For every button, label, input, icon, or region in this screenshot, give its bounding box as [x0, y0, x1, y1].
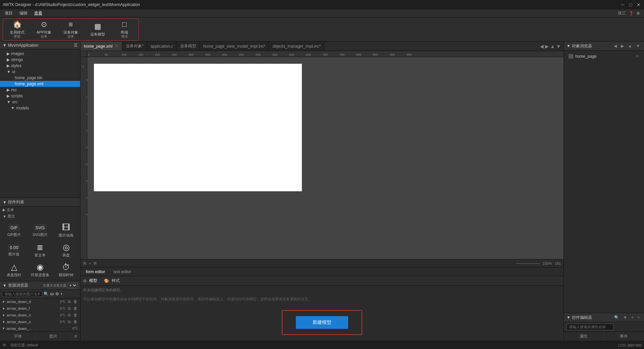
- toolbar-btn-business-model[interactable]: ▦ 业务模型: [86, 20, 110, 39]
- toolbar-btn-app-object[interactable]: ⊙ APP对象 业务: [32, 20, 56, 39]
- widget-imgval[interactable]: 0.00 图片值: [1, 241, 27, 260]
- asset-search-icon[interactable]: 🔍: [44, 292, 49, 296]
- delete-icon[interactable]: 🗑: [73, 299, 77, 304]
- bottom-tab-bar: form editor text editor: [80, 267, 564, 276]
- tab-properties[interactable]: 属性: [564, 332, 604, 341]
- widget-pointer[interactable]: △ 表盘指针: [1, 260, 27, 280]
- tab-events[interactable]: 事件: [604, 332, 644, 341]
- tree-item-ui[interactable]: ▼ ui: [0, 69, 80, 75]
- asset-filter-select[interactable]: ▾: [68, 283, 77, 288]
- prop-search-btn[interactable]: 🔍: [613, 314, 621, 320]
- object-browser-btn1[interactable]: ◀: [612, 43, 618, 49]
- copy-icon[interactable]: ⧉: [68, 299, 71, 304]
- tab-nav-down-icon[interactable]: ▼: [556, 44, 561, 49]
- list-item[interactable]: ▾ arrow_down_d 6*5 ⧉ 🗑: [0, 298, 80, 305]
- settings-icon[interactable]: ⚙: [74, 334, 77, 339]
- tree-item-styles[interactable]: ▶ styles: [0, 63, 80, 69]
- widget-gif[interactable]: GIF GIF图片: [1, 221, 27, 240]
- new-model-button[interactable]: 新建模型: [296, 316, 348, 329]
- tab-nav-right-icon[interactable]: ▶: [545, 44, 549, 49]
- tab-text-editor[interactable]: text editor: [109, 267, 136, 276]
- filetree-expand-icon[interactable]: ▼: [3, 43, 7, 48]
- tab-font[interactable]: 字体: [0, 332, 36, 341]
- filetree-header[interactable]: ▼ MvvmApplication ☰: [0, 42, 80, 49]
- widget-category-graphic[interactable]: ▼ 图文: [0, 213, 80, 219]
- expand-arrow-icon: ▼: [7, 69, 11, 74]
- list-item[interactable]: ▾ arrow_down_... 6*5: [0, 325, 80, 332]
- delete-icon[interactable]: 🗑: [73, 313, 77, 317]
- zoom-slider[interactable]: ─────────: [516, 261, 540, 265]
- layout-icon-1[interactable]: ⊞: [83, 261, 86, 265]
- tab-business-object[interactable]: 业务对象*: [122, 42, 147, 51]
- widget-svg[interactable]: SVG SVG图片: [28, 221, 53, 240]
- canvas-scroll[interactable]: [87, 57, 564, 259]
- tab-business-model[interactable]: 业务模型: [177, 42, 200, 51]
- tree-item-images[interactable]: ▶ images: [0, 51, 80, 57]
- maximize-button[interactable]: □: [628, 2, 633, 7]
- settings-gear-icon[interactable]: ⚙: [3, 343, 6, 347]
- list-item[interactable]: ▾ arrow_down_n 6*5 ⧉ 🗑: [0, 312, 80, 318]
- widget-animation[interactable]: 🎞 图片动画: [53, 221, 79, 240]
- help-icon[interactable]: ❓: [629, 11, 634, 16]
- menu-item-project[interactable]: 项目: [1, 10, 16, 17]
- tab-image[interactable]: 图片: [36, 332, 72, 341]
- close-button[interactable]: ✕: [636, 2, 641, 7]
- toolbar-btn-terminal[interactable]: □ 终端 调试: [112, 20, 137, 39]
- settings-icon[interactable]: ⚙: [636, 11, 640, 16]
- widget-category-text[interactable]: ▶ 文本: [0, 207, 80, 213]
- grid-icon[interactable]: ⊞: [94, 261, 97, 265]
- widget-dial[interactable]: ◎ 表盘: [53, 241, 79, 260]
- widget-clock[interactable]: ⏱ 模拟时钟: [53, 260, 79, 280]
- visibility-icon[interactable]: 👁: [635, 54, 639, 59]
- filetree-list-icon[interactable]: ☰: [74, 43, 77, 48]
- widget-richtext[interactable]: ≣ 富文本: [28, 241, 53, 260]
- copy-icon[interactable]: ⧉: [68, 313, 71, 317]
- tree-item-strings[interactable]: ▶ strings: [0, 57, 80, 63]
- tab-model[interactable]: 模型: [89, 278, 97, 284]
- tab-home-page-view-model[interactable]: home_page_view_model_impl.inc*: [200, 42, 269, 51]
- delete-icon[interactable]: 🗑: [73, 319, 77, 324]
- widget-list-header[interactable]: ▼ 控件列表: [0, 198, 80, 207]
- tree-item-models[interactable]: ▼ models: [0, 105, 80, 111]
- asset-filter-icon[interactable]: xx: [50, 292, 54, 296]
- tab-objects-manager[interactable]: objects_manager_impl.inc*: [269, 42, 324, 51]
- filetree-title: MvvmApplication: [8, 43, 39, 48]
- menu-item-edit[interactable]: 编辑: [16, 10, 31, 17]
- tab-form-editor[interactable]: form editor: [82, 267, 109, 276]
- copy-icon[interactable]: ⧉: [68, 306, 71, 311]
- list-item[interactable]: ▾ arrow_down_o 6*5 ⧉ 🗑: [0, 318, 80, 325]
- menu-item-view[interactable]: 查看: [31, 10, 46, 17]
- tab-nav-left-icon[interactable]: ◀: [540, 44, 544, 49]
- tab-style[interactable]: 样式: [112, 278, 120, 284]
- prop-extra-btn[interactable]: +: [636, 314, 641, 320]
- list-item[interactable]: ▾ arrow_down_f 6*5 ⧉ 🗑: [0, 305, 80, 312]
- object-browser-btn4[interactable]: ▼: [635, 43, 641, 49]
- asset-add-icon[interactable]: +: [60, 292, 63, 296]
- object-item-home-page[interactable]: home_page 👁: [567, 53, 641, 60]
- widget-progress-circle[interactable]: ◉ 环形进度条: [28, 260, 53, 280]
- tree-item-res[interactable]: ▶ res: [0, 87, 80, 93]
- toolbar-btn-global-style[interactable]: 🏠 全局样式 界面: [5, 20, 29, 39]
- layout-icon-2[interactable]: +: [89, 261, 91, 265]
- tab-close-icon[interactable]: ✕: [114, 44, 119, 48]
- tree-item-scripts[interactable]: ▶ scripts: [0, 93, 80, 99]
- copy-icon[interactable]: ⧉: [68, 319, 71, 324]
- main-area: ▼ MvvmApplication ☰ ▶ images ▶ strings ▶…: [0, 42, 644, 341]
- tree-item-home-page-xml[interactable]: home_page.xml: [0, 81, 80, 87]
- asset-settings-icon[interactable]: ⚙: [55, 292, 59, 296]
- tab-nav-up-icon[interactable]: ▲: [550, 44, 555, 49]
- minimize-button[interactable]: ─: [620, 2, 625, 7]
- toolbar-btn-business-object[interactable]: ≡ 业务对象 业务: [59, 20, 83, 39]
- object-browser-btn3[interactable]: ▲: [627, 43, 633, 49]
- asset-search-input[interactable]: [2, 291, 42, 297]
- delete-icon[interactable]: 🗑: [73, 306, 77, 311]
- prop-add-btn[interactable]: +: [630, 314, 635, 320]
- tree-item-src[interactable]: ▼ src: [0, 99, 80, 105]
- property-search-input[interactable]: [567, 323, 613, 330]
- object-browser-btn2[interactable]: ▶: [620, 43, 625, 49]
- prop-filter-btn[interactable]: ▼: [622, 314, 629, 320]
- toolbar: 🏠 全局样式 界面 ⊙ APP对象 业务 ≡ 业务对象 业务 ▦ 业务模型 □ …: [0, 17, 644, 42]
- tree-item-home-page-bin[interactable]: home_page.bin: [0, 75, 80, 81]
- tab-home-page-xml[interactable]: home_page.xml ✕: [80, 42, 122, 51]
- tab-application-c[interactable]: application.c: [147, 42, 177, 51]
